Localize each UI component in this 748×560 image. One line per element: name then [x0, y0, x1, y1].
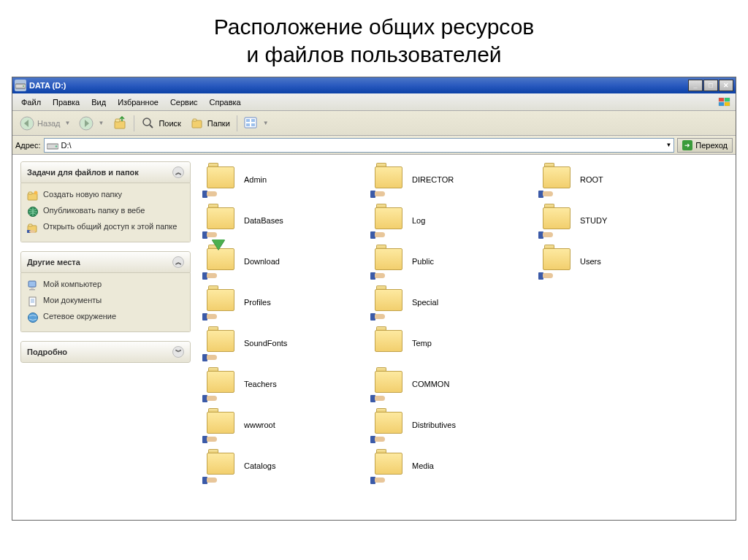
share-folder-icon	[27, 222, 39, 234]
globe-icon	[27, 206, 39, 218]
folder-label: Catalogs	[244, 461, 275, 470]
address-value: D:\	[61, 141, 662, 150]
maximize-button[interactable]: □	[703, 80, 718, 91]
folder-item[interactable]: DIRECTOR	[370, 159, 538, 200]
svg-rect-9	[115, 119, 120, 122]
svg-rect-22	[28, 192, 32, 194]
menu-tools[interactable]: Сервис	[164, 96, 204, 109]
folder-icon	[205, 450, 237, 482]
back-button[interactable]: Назад ▼	[15, 113, 75, 134]
menu-bar: Файл Правка Вид Избранное Сервис Справка	[12, 93, 736, 111]
shared-hand-icon	[202, 475, 218, 484]
address-bar: Адрес: D:\ ▼ ➜ Переход	[12, 136, 736, 155]
folder-label: Download	[244, 257, 280, 266]
svg-rect-17	[246, 123, 250, 126]
views-button[interactable]: ▼	[240, 113, 273, 134]
place-network-label: Сетевое окружение	[43, 312, 116, 321]
task-share-folder[interactable]: Открыть общий доступ к этой папке	[27, 220, 184, 236]
shared-hand-icon	[538, 189, 554, 198]
folder-item[interactable]: Users	[538, 241, 706, 282]
tasks-header[interactable]: Задачи для файлов и папок ︽	[20, 161, 191, 183]
address-input[interactable]: D:\ ▼	[44, 138, 675, 153]
folder-item[interactable]: Teachers	[202, 364, 370, 404]
shared-hand-icon	[370, 434, 386, 443]
folder-item[interactable]: Profiles	[202, 282, 370, 323]
explorer-window: DATA (D:) _ □ ✕ Файл Правка Вид Избранно…	[12, 77, 736, 521]
folder-item[interactable]: DataBases	[202, 200, 370, 241]
menu-edit[interactable]: Правка	[47, 96, 85, 109]
place-my-computer[interactable]: Мой компьютер	[27, 277, 184, 294]
svg-rect-15	[246, 119, 250, 122]
shared-hand-icon	[202, 230, 218, 239]
search-button[interactable]: Поиск	[137, 113, 185, 134]
menu-file[interactable]: Файл	[15, 96, 47, 109]
menu-view[interactable]: Вид	[85, 96, 112, 109]
shared-hand-icon	[538, 271, 554, 280]
up-button[interactable]	[108, 113, 131, 134]
toolbar: Назад ▼ ▼ Поиск Папки	[12, 111, 736, 136]
folder-item[interactable]: COMMON	[370, 364, 538, 404]
folder-item[interactable]: Media	[370, 445, 538, 486]
go-button[interactable]: ➜ Переход	[677, 138, 733, 153]
documents-icon	[27, 296, 39, 307]
menu-help[interactable]: Справка	[204, 96, 247, 109]
folders-icon	[190, 116, 205, 131]
folder-item[interactable]: Catalogs	[202, 445, 370, 486]
windows-flag-icon	[715, 95, 734, 110]
folder-item[interactable]: Admin	[202, 159, 370, 200]
shared-hand-icon	[202, 353, 218, 361]
minimize-button[interactable]: _	[688, 80, 703, 91]
folder-item[interactable]: wwwroot	[202, 404, 370, 445]
folder-item[interactable]: SoundFonts	[202, 323, 370, 364]
folder-label: wwwroot	[244, 421, 275, 429]
folder-icon	[205, 164, 237, 196]
search-icon	[141, 116, 156, 131]
folder-label: Profiles	[244, 298, 271, 307]
places-header[interactable]: Другие места ︽	[20, 251, 191, 273]
svg-rect-32	[29, 297, 36, 306]
close-button[interactable]: ✕	[719, 80, 733, 91]
shared-hand-icon	[202, 189, 218, 198]
folder-item[interactable]: Special	[370, 282, 538, 323]
task-publish-web[interactable]: Опубликовать папку в вебе	[27, 204, 184, 220]
details-box: Подробно ︾	[20, 340, 191, 364]
menu-favorites[interactable]: Избранное	[112, 96, 164, 109]
folder-icon	[205, 409, 237, 441]
folder-item[interactable]: Download	[202, 241, 370, 282]
search-label: Поиск	[159, 119, 180, 128]
computer-icon	[27, 280, 39, 291]
back-icon	[20, 116, 34, 131]
folder-item[interactable]: Public	[370, 241, 538, 282]
shared-hand-icon	[370, 312, 386, 321]
folder-item[interactable]: Temp	[370, 323, 538, 364]
svg-point-20	[55, 145, 56, 147]
folder-icon	[373, 204, 405, 237]
folder-view[interactable]: AdminDataBasesDownloadProfilesSoundFonts…	[199, 155, 736, 520]
place-my-documents-label: Мои документы	[43, 296, 102, 304]
address-dropdown-icon[interactable]: ▼	[665, 142, 671, 148]
folder-icon	[373, 286, 405, 318]
svg-point-1	[23, 85, 24, 87]
go-arrow-icon: ➜	[682, 140, 692, 150]
folders-label: Папки	[207, 119, 230, 128]
svg-point-28	[29, 230, 35, 233]
forward-button[interactable]: ▼	[75, 113, 108, 134]
svg-rect-5	[725, 102, 730, 106]
places-box: Другие места ︽ Мой компьютер Мои	[20, 250, 191, 333]
place-network[interactable]: Сетевое окружение	[27, 310, 184, 326]
task-new-folder[interactable]: Создать новую папку	[27, 188, 184, 204]
folder-item[interactable]: Distributives	[370, 404, 538, 445]
details-header[interactable]: Подробно ︾	[20, 341, 191, 363]
places-title: Другие места	[27, 258, 80, 266]
folder-item[interactable]: STUDY	[538, 200, 706, 241]
toolbar-separator	[237, 115, 237, 131]
forward-dropdown-icon: ▼	[98, 120, 104, 126]
folder-icon	[541, 204, 573, 237]
folder-item[interactable]: Log	[370, 200, 538, 241]
download-overlay-icon	[212, 239, 225, 250]
place-my-documents[interactable]: Мои документы	[27, 294, 184, 310]
network-icon	[27, 312, 39, 323]
folder-item[interactable]: ROOT	[538, 159, 706, 200]
folder-icon	[205, 245, 237, 277]
folders-button[interactable]: Папки	[186, 113, 234, 134]
